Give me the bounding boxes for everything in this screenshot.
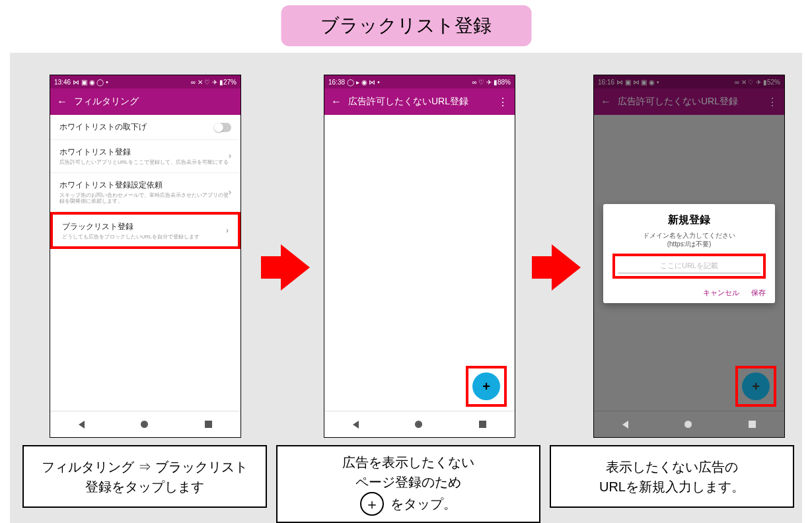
caption-1: フィルタリング ⇒ ブラックリスト 登録をタップします bbox=[22, 445, 267, 508]
chevron-right-icon: › bbox=[229, 151, 231, 160]
fab-highlight-box: + bbox=[466, 366, 507, 407]
caption-2: 広告を表示したくない ページ登録のため ＋ をタップ。 bbox=[276, 445, 540, 523]
item-sublabel: 広告許可したいアプリとURLをここで登録して、広告表示を可能にする bbox=[59, 159, 229, 166]
list-item[interactable]: ホワイトリスト登録設定依頼 スキップ先のお問い合わせメールで、常時広告表示させた… bbox=[50, 173, 240, 212]
phone-screenshot-1: 13:46 ⋈ ▣ ◉ ◯ • ∞ ✕ ♡ ✈ ▮27% ← フィルタリング ホ… bbox=[50, 75, 241, 438]
back-icon[interactable]: ← bbox=[57, 96, 67, 108]
item-sublabel: どうしても広告をブロックしたいURLを自分で登録します bbox=[62, 234, 226, 240]
phone-screenshot-2: 16:38 ◯ ▸ ◉ ⋈ • ∞ ♡ ✈ ▮88% ← 広告許可したくないUR… bbox=[324, 75, 515, 438]
app-bar: ← 広告許可したくないURL登録 ⋮ bbox=[594, 88, 784, 115]
item-sublabel: スキップ先のお問い合わせメールで、常時広告表示させたいアプリの登録を開発側に依頼… bbox=[59, 192, 229, 205]
item-label: ホワイトリストの取下げ bbox=[59, 122, 214, 133]
status-icons-left: ⋈ ▣ ◉ ◯ • bbox=[73, 79, 108, 86]
nav-home-icon[interactable] bbox=[141, 421, 148, 428]
cancel-button[interactable]: キャンセル bbox=[703, 288, 739, 298]
item-label: ホワイトリスト登録 bbox=[59, 147, 229, 158]
status-bar: 13:46 ⋈ ▣ ◉ ◯ • ∞ ✕ ♡ ✈ ▮27% bbox=[50, 75, 240, 88]
nav-recent-icon[interactable] bbox=[479, 421, 486, 428]
highlight-box: ブラックリスト登録 どうしても広告をブロックしたいURLを自分で登録します › bbox=[50, 212, 240, 250]
nav-back-icon[interactable] bbox=[79, 421, 85, 429]
status-time: 16:16 bbox=[598, 79, 614, 86]
chevron-right-icon: › bbox=[226, 226, 229, 235]
status-icons-right: ∞ ♡ ✈ ▮88% bbox=[472, 79, 511, 86]
page-title-banner: ブラックリスト登録 bbox=[281, 5, 531, 46]
app-bar-title: 広告許可したくないURL登録 bbox=[618, 96, 760, 108]
nav-bar bbox=[324, 411, 515, 437]
url-input[interactable]: ここにURLを記載 bbox=[618, 259, 760, 273]
more-icon[interactable]: ⋮ bbox=[498, 96, 508, 108]
status-icons-left: ◯ ▸ ◉ ⋈ • bbox=[347, 79, 380, 86]
list-item-blacklist[interactable]: ブラックリスト登録 どうしても広告をブロックしたいURLを自分で登録します › bbox=[53, 215, 238, 247]
status-icons-right: ∞ ✕ ♡ ✈ ▮52% bbox=[735, 79, 780, 86]
item-label: ブラックリスト登録 bbox=[62, 221, 226, 232]
status-bar: 16:16 ⋈ ▣ ⋈ ▣ ◉ • ∞ ✕ ♡ ✈ ▮52% bbox=[594, 75, 784, 88]
app-bar-title: フィルタリング bbox=[74, 96, 234, 108]
dialog-title: 新規登録 bbox=[612, 213, 766, 227]
nav-recent-icon[interactable] bbox=[749, 421, 756, 428]
app-bar: ← フィルタリング bbox=[50, 88, 240, 115]
dialog-subtitle: ドメイン名を入力してください (https://は不要) bbox=[612, 231, 766, 248]
item-label: ホワイトリスト登録設定依頼 bbox=[59, 180, 229, 191]
status-icons-left: ⋈ ▣ ⋈ ▣ ◉ • bbox=[616, 79, 659, 86]
save-button[interactable]: 保存 bbox=[751, 288, 766, 298]
nav-home-icon[interactable] bbox=[415, 421, 422, 428]
nav-back-icon[interactable] bbox=[622, 421, 628, 429]
fab-highlight-box: + bbox=[735, 366, 776, 407]
status-time: 13:46 bbox=[54, 79, 71, 86]
nav-bar bbox=[594, 411, 784, 437]
app-bar: ← 広告許可したくないURL登録 ⋮ bbox=[324, 88, 515, 115]
new-register-dialog: 新規登録 ドメイン名を入力してください (https://は不要) ここにURL… bbox=[603, 204, 775, 303]
back-icon[interactable]: ← bbox=[601, 96, 611, 108]
nav-back-icon[interactable] bbox=[353, 421, 359, 429]
status-icons-right: ∞ ✕ ♡ ✈ ▮27% bbox=[191, 79, 237, 86]
input-highlight-box: ここにURLを記載 bbox=[612, 254, 766, 279]
add-fab-button[interactable]: + bbox=[742, 372, 770, 400]
nav-recent-icon[interactable] bbox=[205, 421, 212, 428]
phone-screenshot-3: 16:16 ⋈ ▣ ⋈ ▣ ◉ • ∞ ✕ ♡ ✈ ▮52% ← 広告許可したく… bbox=[593, 75, 785, 438]
nav-bar bbox=[50, 411, 240, 437]
toggle-switch[interactable] bbox=[214, 123, 231, 132]
more-icon[interactable]: ⋮ bbox=[767, 96, 778, 108]
caption-3: 表示したくない広告の URLを新規入力します。 bbox=[550, 445, 794, 508]
chevron-right-icon: › bbox=[229, 188, 231, 197]
status-time: 16:38 bbox=[328, 79, 345, 86]
status-bar: 16:38 ◯ ▸ ◉ ⋈ • ∞ ♡ ✈ ▮88% bbox=[324, 75, 515, 88]
list-item[interactable]: ホワイトリスト登録 広告許可したいアプリとURLをここで登録して、広告表示を可能… bbox=[50, 140, 240, 173]
add-fab-button[interactable]: + bbox=[472, 372, 500, 400]
nav-home-icon[interactable] bbox=[684, 421, 692, 428]
plus-circle-icon: ＋ bbox=[360, 492, 384, 516]
list-item[interactable]: ホワイトリストの取下げ bbox=[50, 115, 240, 140]
app-bar-title: 広告許可したくないURL登録 bbox=[348, 96, 491, 108]
back-icon[interactable]: ← bbox=[331, 96, 342, 108]
